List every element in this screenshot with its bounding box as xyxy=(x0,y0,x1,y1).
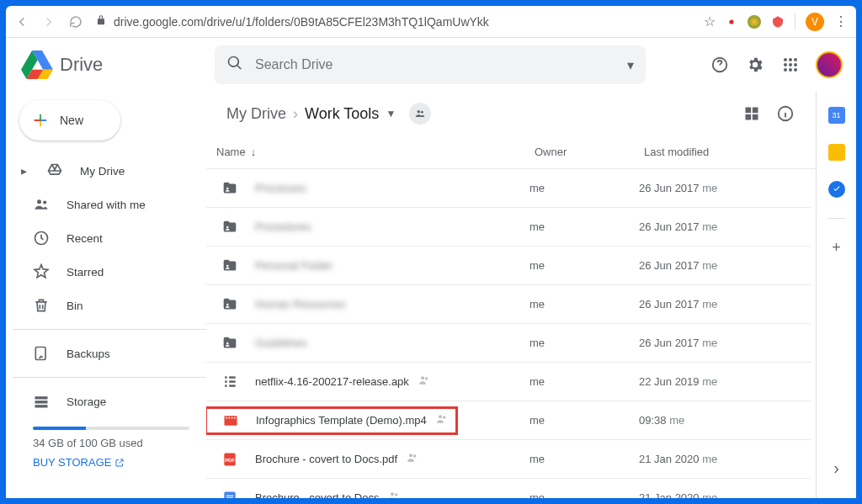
breadcrumb-current[interactable]: Work Tools xyxy=(305,105,379,123)
file-row[interactable]: Guidelines me 26 Jun 2017 me xyxy=(206,324,811,363)
calendar-icon[interactable]: 31 xyxy=(828,107,845,124)
bookmark-star-icon[interactable]: ☆ xyxy=(704,13,716,29)
file-row[interactable]: PDFBrochure - covert to Docs.pdf me 21 J… xyxy=(206,440,811,479)
file-owner: me xyxy=(529,337,639,349)
svg-point-26 xyxy=(226,187,229,189)
star-icon xyxy=(33,263,50,280)
apps-grid-icon[interactable] xyxy=(780,55,801,75)
file-row[interactable]: Brochure - covert to Docs me 21 Jan 2020… xyxy=(206,479,811,498)
dropdown-arrow-icon[interactable]: ▼ xyxy=(386,108,396,119)
extension-icon-2[interactable] xyxy=(748,15,761,29)
file-name: Human Resources xyxy=(255,298,346,310)
svg-rect-52 xyxy=(226,497,233,498)
svg-point-54 xyxy=(391,492,394,496)
svg-rect-36 xyxy=(229,385,236,387)
settings-gear-icon[interactable] xyxy=(745,55,765,75)
list-header: Name ↓ Owner Last modified xyxy=(206,135,816,169)
drive-logo-icon xyxy=(21,50,53,80)
file-row[interactable]: Processes me 26 Jun 2017 me xyxy=(206,169,811,208)
svg-point-28 xyxy=(226,264,229,267)
search-bar[interactable]: ▾ xyxy=(215,45,646,84)
forward-button[interactable] xyxy=(41,14,56,29)
sidebar-item-storage[interactable]: Storage xyxy=(13,385,206,418)
url-text: drive.google.com/drive/u/1/folders/0B9tA… xyxy=(114,15,489,29)
svg-rect-23 xyxy=(746,114,752,120)
extension-icon-1[interactable] xyxy=(726,16,737,28)
sidebar-item-label: Shared with me xyxy=(67,199,146,211)
folder-icon xyxy=(213,334,247,353)
sidebar-item-my-drive[interactable]: ▸My Drive xyxy=(13,154,206,188)
reload-button[interactable] xyxy=(68,14,83,29)
sidebar-item-shared-with-me[interactable]: Shared with me xyxy=(13,188,206,221)
chevron-right-icon: › xyxy=(293,105,298,123)
collapse-panel-icon[interactable]: › xyxy=(833,459,839,478)
extension-icon-3[interactable] xyxy=(771,15,785,29)
file-owner: me xyxy=(529,182,639,194)
column-header-name[interactable]: Name ↓ xyxy=(213,146,535,158)
file-modified: 09:38 me xyxy=(639,414,790,427)
breadcrumb-root[interactable]: My Drive xyxy=(226,105,286,123)
sidebar-item-recent[interactable]: Recent xyxy=(13,221,206,255)
add-addon-icon[interactable]: + xyxy=(832,239,841,257)
svg-rect-21 xyxy=(746,108,752,114)
help-icon[interactable] xyxy=(710,55,730,75)
column-header-owner[interactable]: Owner xyxy=(535,146,644,158)
file-name: Procedures xyxy=(255,220,311,233)
file-modified: 21 Jan 2020 me xyxy=(639,491,790,498)
browser-menu-icon[interactable]: ⋮ xyxy=(834,13,848,29)
drive-icon xyxy=(46,162,63,179)
drive-logo-text: Drive xyxy=(60,54,103,76)
svg-point-4 xyxy=(794,58,797,61)
file-list: Processes me 26 Jun 2017 me Procedures m… xyxy=(206,169,816,498)
tasks-icon[interactable] xyxy=(828,181,845,198)
file-row[interactable]: Personal Folder me 26 Jun 2017 me xyxy=(206,247,811,285)
gdoc-icon xyxy=(213,490,247,499)
sidebar-item-label: My Drive xyxy=(80,165,125,178)
new-button[interactable]: New xyxy=(19,100,120,141)
file-name: Personal Folder xyxy=(255,259,333,272)
drive-logo[interactable]: Drive xyxy=(21,50,206,80)
file-row[interactable]: netflix-4.16-200217-release.apk me 22 Ju… xyxy=(206,363,811,401)
shared-folder-badge[interactable] xyxy=(409,103,431,125)
column-header-modified[interactable]: Last modified xyxy=(644,146,795,158)
sidebar-item-bin[interactable]: Bin xyxy=(13,289,206,322)
svg-point-3 xyxy=(789,58,792,61)
sidebar-item-backups[interactable]: Backups xyxy=(13,337,206,370)
file-modified: 21 Jan 2020 me xyxy=(639,453,790,465)
file-modified: 26 Jun 2017 me xyxy=(639,298,790,310)
expand-arrow-icon[interactable]: ▸ xyxy=(21,164,29,178)
keep-icon[interactable] xyxy=(828,144,845,161)
svg-rect-42 xyxy=(231,416,233,418)
details-info-icon[interactable] xyxy=(775,103,795,124)
people-icon xyxy=(33,196,50,213)
file-modified: 26 Jun 2017 me xyxy=(639,182,790,194)
svg-point-6 xyxy=(789,63,792,66)
search-input[interactable] xyxy=(255,57,615,72)
search-options-dropdown-icon[interactable]: ▾ xyxy=(627,57,634,73)
browser-profile-avatar[interactable]: V xyxy=(806,13,824,31)
file-name: Processes xyxy=(255,182,306,194)
svg-point-2 xyxy=(784,58,787,61)
svg-point-37 xyxy=(421,376,424,379)
side-panel: 31 + › xyxy=(816,92,856,498)
svg-point-55 xyxy=(395,493,397,496)
svg-rect-41 xyxy=(229,416,231,418)
sidebar-item-starred[interactable]: Starred xyxy=(13,255,206,289)
shared-icon xyxy=(406,451,419,467)
buy-storage-link[interactable]: BUY STORAGE xyxy=(33,456,125,469)
file-row[interactable]: Human Resources me 26 Jun 2017 me xyxy=(206,285,811,324)
file-row[interactable]: Infographics Template (Demo).mp4 me 09:3… xyxy=(206,401,811,440)
folder-icon xyxy=(213,295,247,314)
svg-point-45 xyxy=(443,416,445,418)
svg-rect-24 xyxy=(753,114,758,120)
back-button[interactable] xyxy=(14,14,29,29)
file-modified: 22 Jun 2019 me xyxy=(639,375,790,388)
plus-icon xyxy=(31,111,50,130)
svg-rect-35 xyxy=(229,380,236,383)
url-display[interactable]: drive.google.com/drive/u/1/folders/0B9tA… xyxy=(95,14,692,29)
account-avatar[interactable] xyxy=(816,51,843,78)
file-owner: me xyxy=(529,220,639,233)
grid-view-icon[interactable] xyxy=(742,103,762,124)
file-row[interactable]: Procedures me 26 Jun 2017 me xyxy=(206,208,811,247)
folder-icon xyxy=(213,257,247,275)
